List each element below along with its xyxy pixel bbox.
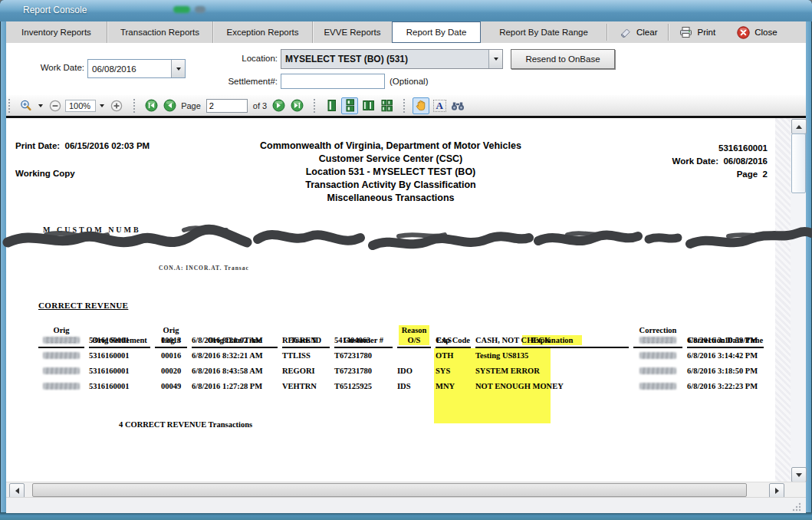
settlement-input[interactable] <box>281 74 385 89</box>
toolbar-grip <box>403 99 409 113</box>
redacted-text-fragment: M CUSTOM NUMB <box>43 225 141 234</box>
last-page-button[interactable] <box>288 97 305 114</box>
page-label: Page <box>181 101 201 110</box>
first-page-button[interactable] <box>143 97 159 114</box>
work-date-label: Work Date: <box>28 63 84 72</box>
table-cell: SYS <box>436 362 471 377</box>
horizontal-scrollbar[interactable] <box>6 482 806 498</box>
table-cell: 5316160001 <box>89 377 150 393</box>
zoom-out-button[interactable] <box>47 97 64 114</box>
report-viewport: Print Date: 06/15/2016 02:03 PM Working … <box>6 118 806 482</box>
table-cell: CAS <box>436 331 471 347</box>
close-button[interactable]: Close <box>726 21 787 43</box>
report-title-line: Miscellaneous Transactions <box>6 192 775 205</box>
table-cell: 6/8/2016 3:18:50 PM <box>687 362 764 377</box>
zoom-level-value[interactable]: 100% <box>65 100 96 112</box>
table-cell: REGORI <box>282 362 330 377</box>
window-border-bottom <box>0 512 812 520</box>
facing-pages-view-icon[interactable] <box>360 97 376 114</box>
report-title-block: Commonwealth of Virginia, Department of … <box>6 140 775 205</box>
report-console-window: Report Console Inventory Reports Transac… <box>0 0 812 520</box>
table-cell: 6/8/2016 3:14:42 PM <box>687 347 764 362</box>
tab-evve-reports[interactable]: EVVE Reports <box>313 21 392 43</box>
zoom-in-button[interactable] <box>108 97 125 114</box>
table-cell: VEHTRN <box>282 377 330 393</box>
table-cell-redacted <box>38 331 84 347</box>
tab-exception-reports[interactable]: Exception Reports <box>213 21 313 43</box>
tab-report-by-date-range[interactable]: Report By Date Range <box>481 21 607 43</box>
tab-bar: Inventory Reports Transaction Reports Ex… <box>6 21 806 44</box>
table-cell: IDO <box>397 362 431 377</box>
resize-grip-icon[interactable] <box>791 501 801 515</box>
vertical-scroll-thumb[interactable] <box>791 133 806 193</box>
table-cell: NOT ENOUGH MONEY <box>475 377 629 393</box>
report-meta-block: 5316160001 Work Date: 06/08/2016 Page 2 <box>672 142 768 181</box>
report-page: Print Date: 06/15/2016 02:03 PM Working … <box>6 118 775 482</box>
table-cell: 5316160001 <box>89 362 150 377</box>
table-cell: REGREN <box>282 331 330 347</box>
table-cell: 00049 <box>155 377 187 393</box>
table-cell: 5316160001 <box>89 347 150 362</box>
single-page-view-icon[interactable] <box>323 97 340 114</box>
zoom-tool-icon[interactable] <box>18 97 35 114</box>
multiple-pages-view-icon[interactable] <box>378 97 395 114</box>
toolbar-grip <box>314 99 319 113</box>
table-cell: T65125925 <box>334 377 393 393</box>
tab-actions: Clear Print Close <box>609 21 788 43</box>
next-page-button[interactable] <box>270 97 287 114</box>
report-form: Work Date: 06/08/2016 Location: MYSELECT… <box>6 43 806 95</box>
scroll-down-button[interactable] <box>791 467 807 482</box>
vertical-scrollbar[interactable] <box>791 118 806 482</box>
viewer-toolbar: 100% Page of 3 <box>6 95 806 117</box>
partial-text-fragment: CON.A: INCOR.AT. Transac <box>159 265 249 272</box>
find-binoculars-icon[interactable] <box>449 97 466 114</box>
chevron-down-icon[interactable] <box>488 50 502 68</box>
scroll-left-button[interactable] <box>9 483 25 499</box>
optional-label: (Optional) <box>390 77 443 86</box>
table-cell: 6/8/2016 1:27:28 PM <box>192 377 278 393</box>
table-cell: Testing US8135 <box>475 347 629 362</box>
table-cell-redacted <box>38 377 84 393</box>
window-body: Inventory Reports Transaction Reports Ex… <box>6 21 806 512</box>
horizontal-scroll-thumb[interactable] <box>32 483 747 497</box>
doc-number: 5316160001 <box>672 142 768 155</box>
text-select-tool-icon[interactable]: A <box>431 97 448 114</box>
report-title-line: Commonwealth of Virginia, Department of … <box>6 140 775 153</box>
scroll-up-button[interactable] <box>791 119 807 134</box>
zoom-dropdown-caret[interactable] <box>36 97 45 114</box>
table-cell-redacted <box>633 331 682 347</box>
table-cell: T67231780 <box>334 362 393 377</box>
table-cell-redacted <box>633 377 682 393</box>
tab-transaction-reports[interactable]: Transaction Reports <box>107 21 213 43</box>
table-cell: CASH, NOT CHECK <box>475 331 629 347</box>
hand-pan-tool-icon[interactable] <box>413 97 429 114</box>
print-button[interactable]: Print <box>669 21 726 43</box>
table-cell: MNY <box>436 377 471 393</box>
table-cell: 6/8/2016 8:43:58 AM <box>192 362 278 377</box>
table-cell <box>397 331 431 347</box>
title-bar[interactable]: Report Console <box>0 0 812 22</box>
zoom-level-caret[interactable] <box>97 97 107 114</box>
page-number-input[interactable] <box>206 99 248 113</box>
work-date-line: Work Date: 06/08/2016 <box>672 155 768 168</box>
tab-inventory-reports[interactable]: Inventory Reports <box>6 21 107 43</box>
table-cell-redacted <box>633 347 682 362</box>
location-combobox[interactable]: MYSELECT TEST (BO) (531) <box>281 49 503 69</box>
status-bar <box>6 497 806 513</box>
resend-to-onbase-button[interactable]: Resend to OnBase <box>511 49 615 69</box>
window-border-right <box>805 21 812 512</box>
scroll-right-button[interactable] <box>769 483 784 499</box>
work-date-combobox[interactable]: 06/08/2016 <box>87 59 186 78</box>
previous-page-button[interactable] <box>161 97 178 114</box>
table-cell: 00020 <box>155 362 187 377</box>
continuous-view-icon[interactable] <box>341 97 358 114</box>
chevron-down-icon[interactable] <box>171 60 185 77</box>
toolbar-grip <box>8 99 14 113</box>
redacted-status-text <box>195 6 205 13</box>
tab-report-by-date[interactable]: Report By Date <box>392 21 481 43</box>
window-title: Report Console <box>23 5 87 15</box>
eraser-icon <box>620 26 632 38</box>
table-cell: 00013 <box>155 331 187 347</box>
clear-button[interactable]: Clear <box>609 21 668 43</box>
table-cell-redacted <box>38 347 84 362</box>
